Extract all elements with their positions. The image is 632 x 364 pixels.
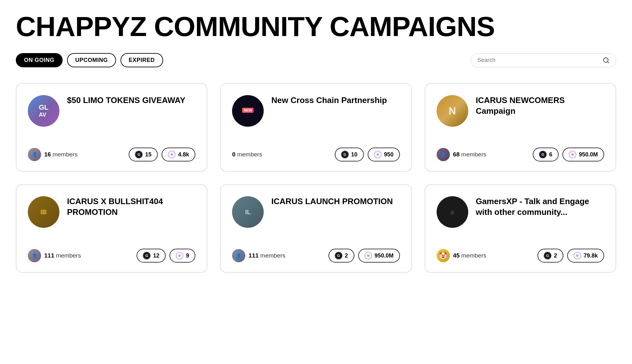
card-title: ICARUS LAUNCH PROMOTION	[271, 196, 393, 207]
member-avatar: 👤	[437, 148, 450, 161]
card-header: IB ICARUS X BULLSHIT404 PROMOTION	[28, 196, 195, 228]
card-footer: 🤡 45 members G 2 79.8k	[437, 249, 604, 263]
member-avatar: 🤡	[437, 249, 450, 262]
points-icon: G	[135, 151, 143, 158]
stat-value-1: 12	[153, 252, 159, 259]
points-icon: G	[143, 252, 150, 259]
stat-value-2: 950.0M	[579, 151, 598, 158]
card-footer: 👤 111 members G 2 950.0M	[232, 249, 400, 263]
page-title: CHAPPYZ COMMUNITY CAMPAIGNS	[16, 13, 616, 40]
stat-value-1: 2	[345, 252, 348, 259]
stats-badges: G 2 79.8k	[537, 249, 604, 263]
search-icon	[603, 57, 610, 64]
ring-icon	[569, 151, 576, 158]
filter-expired[interactable]: EXPIRED	[120, 53, 163, 67]
card-title: New Cross Chain Partnership	[271, 95, 387, 106]
members-info: 0 members	[232, 151, 262, 158]
members-info: 👤 16 members	[28, 148, 78, 161]
stat-value-1: 6	[549, 151, 552, 158]
points-icon: G	[341, 151, 349, 158]
members-text: 68 members	[453, 151, 487, 158]
member-avatar: 👤	[28, 148, 41, 161]
card-header: ● GamersXP - Talk and Engage with other …	[437, 196, 604, 228]
filter-buttons: ON GOING UPCOMING EXPIRED	[16, 53, 163, 67]
search-container	[471, 53, 616, 67]
stat-badge-ring: 79.8k	[567, 249, 604, 263]
members-text: 45 members	[453, 252, 487, 259]
stats-badges: G 10 950	[335, 148, 400, 161]
card-header: IL ICARUS LAUNCH PROMOTION	[232, 196, 400, 228]
avatar: N	[437, 95, 468, 127]
avatar: NEW	[232, 95, 264, 127]
stats-badges: G 2 950.0M	[328, 249, 400, 263]
points-icon: G	[335, 252, 342, 259]
stat-badge-points: G 15	[129, 148, 158, 161]
campaign-card-gamersxp[interactable]: ● GamersXP - Talk and Engage with other …	[425, 184, 616, 273]
members-text: 0 members	[232, 151, 262, 158]
stat-badge-points: G 6	[533, 148, 559, 161]
filter-bar: ON GOING UPCOMING EXPIRED	[16, 53, 616, 67]
stat-badge-ring: 950	[368, 148, 400, 161]
stat-value-2: 9	[186, 252, 189, 259]
members-info: 👤 111 members	[232, 249, 285, 262]
card-footer: 👤 111 members G 12 9	[28, 249, 195, 263]
stats-badges: G 15 4.8k	[129, 148, 195, 161]
campaign-card-cross-chain[interactable]: NEW New Cross Chain Partnership 0 member…	[220, 83, 412, 172]
ring-icon	[176, 252, 183, 259]
stats-badges: G 12 9	[137, 249, 195, 263]
ring-icon	[574, 252, 581, 259]
stat-badge-points: G 10	[335, 148, 364, 161]
stat-badge-ring: 9	[169, 249, 195, 263]
filter-upcoming[interactable]: UPCOMING	[67, 53, 116, 67]
campaign-card-limo[interactable]: GLAV $50 LIMO TOKENS GIVEAWAY 👤 16 membe…	[16, 83, 207, 172]
stat-value-1: 10	[351, 151, 358, 158]
card-footer: 👤 68 members G 6 950.0M	[437, 148, 604, 161]
campaign-card-icarus-launch[interactable]: IL ICARUS LAUNCH PROMOTION 👤 111 members…	[220, 184, 412, 273]
members-text: 16 members	[44, 151, 78, 158]
avatar-wrapper: NEW	[232, 95, 264, 127]
member-avatar: 👤	[28, 249, 41, 262]
stat-value-2: 4.8k	[178, 151, 189, 158]
members-info: 👤 111 members	[28, 249, 81, 262]
avatar-wrapper: N	[437, 95, 468, 127]
card-footer: 0 members G 10 950	[232, 148, 400, 161]
ring-icon	[374, 151, 382, 158]
card-footer: 👤 16 members G 15 4.8k	[28, 148, 195, 161]
card-title: $50 LIMO TOKENS GIVEAWAY	[67, 95, 185, 106]
stats-badges: G 6 950.0M	[533, 148, 604, 161]
points-icon: G	[544, 252, 551, 259]
card-title: ICARUS NEWCOMERS Campaign	[476, 95, 604, 117]
stat-badge-points: G 2	[328, 249, 354, 263]
avatar-wrapper: IL	[232, 196, 264, 228]
search-input[interactable]	[477, 57, 599, 64]
card-header: N ICARUS NEWCOMERS Campaign	[437, 95, 604, 127]
stat-value-2: 79.8k	[584, 252, 598, 259]
avatar: IL	[232, 196, 264, 228]
member-avatar: 👤	[232, 249, 245, 262]
ring-icon	[365, 252, 372, 259]
stat-badge-ring: 950.0M	[358, 249, 400, 263]
stat-value-2: 950	[384, 151, 394, 158]
avatar-wrapper: GLAV	[28, 95, 59, 127]
stat-value-1: 15	[145, 151, 151, 158]
avatar: ●	[437, 196, 468, 228]
ring-icon	[168, 151, 175, 158]
avatar: IB	[28, 196, 59, 228]
stat-value-1: 2	[554, 252, 557, 259]
campaign-card-icarus-bullshit[interactable]: IB ICARUS X BULLSHIT404 PROMOTION 👤 111 …	[16, 184, 207, 273]
stat-badge-points: G 2	[537, 249, 563, 263]
members-info: 🤡 45 members	[437, 249, 487, 262]
avatar-wrapper: ●	[437, 196, 468, 228]
card-header: GLAV $50 LIMO TOKENS GIVEAWAY	[28, 95, 195, 127]
card-title: GamersXP - Talk and Engage with other co…	[476, 196, 604, 218]
campaign-card-icarus-newcomers[interactable]: N ICARUS NEWCOMERS Campaign 👤 68 members…	[425, 83, 616, 172]
members-text: 111 members	[44, 252, 81, 259]
card-header: NEW New Cross Chain Partnership	[232, 95, 400, 127]
stat-value-2: 950.0M	[375, 252, 394, 259]
filter-ongoing[interactable]: ON GOING	[16, 53, 63, 67]
svg-line-1	[607, 62, 609, 63]
avatar-wrapper: IB	[28, 196, 59, 228]
points-icon: G	[539, 151, 547, 158]
card-title: ICARUS X BULLSHIT404 PROMOTION	[67, 196, 195, 218]
stat-badge-ring: 4.8k	[162, 148, 195, 161]
